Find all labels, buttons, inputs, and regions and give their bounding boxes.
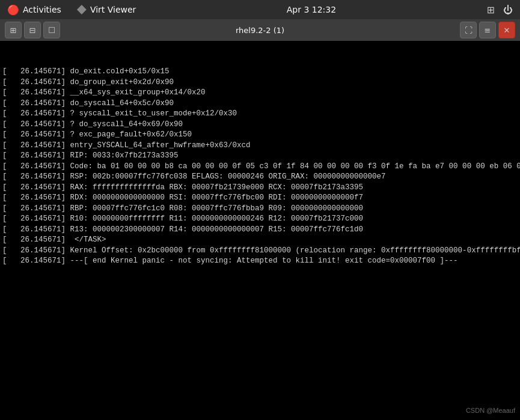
- window-titlebar: ⊞ ⊟ ☐ rhel9.2-2 (1) ⛶ ≡ ✕: [0, 19, 520, 41]
- system-bar: 🔴 Activities Virt Viewer Apr 3 12:32 ⊞ ⏻: [0, 0, 520, 19]
- send-key-button[interactable]: ⊞: [5, 22, 22, 38]
- system-bar-right: ⊞ ⏻: [487, 4, 513, 16]
- titlebar-right: ⛶ ≡ ✕: [460, 22, 515, 38]
- system-bar-datetime: Apr 3 12:32: [287, 5, 336, 14]
- virt-viewer-label[interactable]: Virt Viewer: [90, 5, 136, 14]
- virt-viewer-icon: [77, 5, 87, 14]
- titlebar-left: ⊞ ⊟ ☐: [5, 22, 60, 38]
- terminal-output: [ 26.145671] do_exit.cold+0x15/0x15 [ 26…: [2, 67, 518, 267]
- close-button[interactable]: ✕: [498, 22, 515, 38]
- window-title: rhel9.2-2 (1): [236, 26, 284, 35]
- screenshot-button[interactable]: ⊟: [24, 22, 41, 38]
- activities-icon: 🔴: [7, 4, 19, 16]
- watermark: CSDN @Meaauf: [466, 406, 515, 415]
- menu-button[interactable]: ≡: [479, 22, 496, 38]
- terminal-area[interactable]: [ 26.145671] do_exit.cold+0x15/0x15 [ 26…: [0, 41, 520, 420]
- fullscreen-button[interactable]: ⛶: [460, 22, 477, 38]
- network-icon[interactable]: ⊞: [487, 4, 495, 16]
- system-bar-left: 🔴 Activities Virt Viewer: [7, 4, 136, 16]
- virt-viewer-section: Virt Viewer: [77, 5, 136, 14]
- display-button[interactable]: ☐: [43, 22, 60, 38]
- activities-label[interactable]: Activities: [23, 5, 61, 14]
- power-icon[interactable]: ⏻: [503, 4, 513, 16]
